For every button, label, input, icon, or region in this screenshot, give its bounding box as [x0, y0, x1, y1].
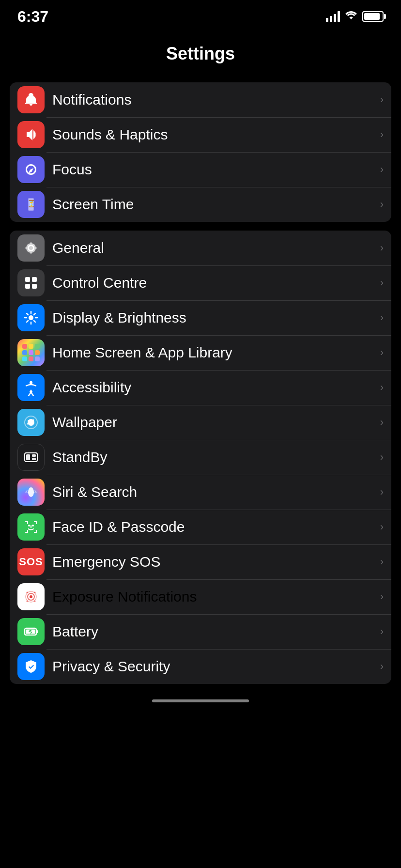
svg-rect-5 [25, 277, 30, 282]
svg-rect-26 [26, 454, 30, 460]
settings-row-display[interactable]: Display & Brightness › [10, 300, 391, 335]
settings-row-sos[interactable]: SOS Emergency SOS › [10, 544, 391, 579]
faceid-label: Face ID & Passcode [52, 519, 376, 535]
battery-chevron: › [380, 625, 384, 638]
settings-row-focus[interactable]: Focus › [10, 152, 391, 187]
focus-icon [17, 156, 45, 183]
settings-row-battery[interactable]: Battery › [10, 614, 391, 649]
wallpaper-label: Wallpaper [52, 414, 376, 431]
svg-line-15 [34, 321, 35, 322]
settings-row-siri[interactable]: Siri & Search › [10, 475, 391, 510]
control-centre-chevron: › [380, 277, 384, 289]
wallpaper-icon [17, 409, 45, 436]
settings-row-wallpaper[interactable]: Wallpaper › [10, 405, 391, 440]
svg-rect-28 [32, 458, 36, 460]
battery-label: Battery [52, 623, 376, 640]
svg-point-39 [27, 601, 28, 602]
svg-point-22 [33, 419, 34, 421]
screentime-label: Screen Time [52, 196, 376, 213]
display-label: Display & Brightness [52, 310, 376, 326]
settings-row-control-centre[interactable]: Control Centre › [10, 265, 391, 300]
settings-row-screentime[interactable]: ⏳ Screen Time › [10, 187, 391, 222]
general-icon [17, 234, 45, 262]
signal-icon [326, 11, 340, 22]
svg-point-40 [34, 601, 36, 602]
control-centre-label: Control Centre [52, 275, 376, 291]
settings-row-faceid[interactable]: Face ID & Passcode › [10, 510, 391, 544]
svg-point-24 [27, 423, 29, 425]
svg-rect-43 [36, 630, 38, 633]
siri-chevron: › [380, 486, 384, 498]
battery-status-icon [362, 11, 384, 22]
exposure-chevron: › [380, 590, 384, 603]
svg-rect-27 [32, 454, 36, 457]
standby-label: StandBy [52, 449, 376, 465]
sos-icon: SOS [17, 548, 45, 575]
settings-row-accessibility[interactable]: Accessibility › [10, 370, 391, 405]
privacy-icon [17, 653, 45, 680]
status-icons [326, 10, 384, 23]
settings-row-exposure[interactable]: Exposure Notifications › [10, 579, 391, 614]
homescreen-icon [17, 339, 45, 366]
settings-row-privacy[interactable]: Privacy & Security › [10, 649, 391, 684]
settings-row-sounds[interactable]: Sounds & Haptics › [10, 117, 391, 152]
svg-point-37 [27, 592, 28, 593]
faceid-chevron: › [380, 521, 384, 533]
settings-row-notifications[interactable]: Notifications › [10, 82, 391, 117]
svg-point-32 [28, 525, 30, 527]
status-time: 6:37 [17, 8, 48, 26]
svg-text:⏳: ⏳ [27, 200, 36, 208]
siri-icon [17, 479, 45, 506]
wallpaper-chevron: › [380, 416, 384, 429]
sos-label: Emergency SOS [52, 554, 376, 570]
standby-icon [17, 444, 45, 471]
settings-row-homescreen[interactable]: Home Screen & App Library › [10, 335, 391, 370]
display-chevron: › [380, 311, 384, 324]
settings-group-2: General › Control Centre › [10, 231, 391, 684]
focus-label: Focus [52, 161, 376, 178]
homescreen-label: Home Screen & App Library [52, 344, 376, 361]
notifications-chevron: › [380, 93, 384, 106]
page-title: Settings [0, 44, 401, 64]
standby-chevron: › [380, 451, 384, 464]
svg-point-9 [29, 315, 33, 320]
notifications-label: Notifications [52, 92, 376, 108]
svg-point-23 [31, 423, 33, 426]
accessibility-chevron: › [380, 381, 384, 394]
svg-point-19 [30, 381, 32, 384]
general-label: General [52, 240, 376, 256]
accessibility-icon [17, 374, 45, 401]
privacy-label: Privacy & Security [52, 658, 376, 675]
screentime-icon: ⏳ [17, 191, 45, 218]
home-indicator [0, 693, 401, 707]
svg-line-14 [27, 313, 28, 315]
focus-chevron: › [380, 163, 384, 176]
settings-row-standby[interactable]: StandBy › [10, 440, 391, 475]
battery-icon [17, 618, 45, 645]
home-bar [152, 699, 249, 702]
sos-text: SOS [19, 556, 43, 568]
siri-label: Siri & Search [52, 484, 376, 500]
status-bar: 6:37 [0, 0, 401, 29]
general-chevron: › [380, 242, 384, 254]
control-centre-icon [17, 269, 45, 296]
sounds-label: Sounds & Haptics [52, 126, 376, 143]
svg-rect-6 [32, 277, 37, 282]
wifi-icon [345, 10, 357, 23]
homescreen-chevron: › [380, 346, 384, 359]
screentime-chevron: › [380, 198, 384, 211]
svg-point-33 [32, 525, 34, 527]
page-header: Settings [0, 29, 401, 74]
svg-point-21 [28, 420, 30, 422]
settings-row-general[interactable]: General › [10, 231, 391, 265]
sounds-chevron: › [380, 128, 384, 141]
svg-line-17 [27, 321, 28, 322]
display-icon [17, 304, 45, 331]
settings-group-1: Notifications › Sounds & Haptics › Focus… [10, 82, 391, 222]
svg-rect-8 [32, 284, 37, 289]
svg-point-38 [34, 592, 36, 593]
accessibility-label: Accessibility [52, 379, 376, 396]
privacy-chevron: › [380, 660, 384, 673]
svg-rect-7 [25, 284, 30, 289]
exposure-icon [17, 583, 45, 610]
